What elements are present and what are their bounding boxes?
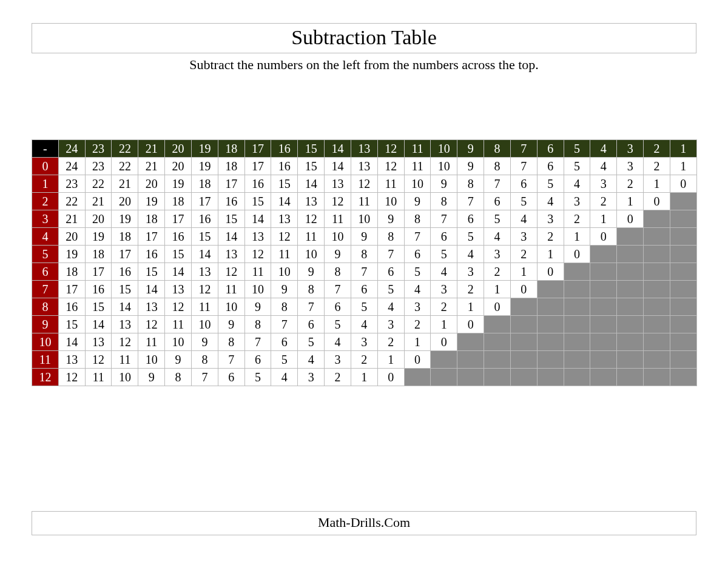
data-cell [564,263,590,281]
data-cell: 11 [191,298,218,316]
data-cell: 17 [85,263,112,281]
data-cell: 12 [112,333,138,351]
data-cell: 18 [138,210,165,228]
data-cell: 10 [431,158,457,175]
data-cell [670,210,696,228]
data-cell: 16 [138,246,165,263]
data-cell: 8 [191,351,218,369]
data-cell: 15 [138,263,165,281]
data-cell: 1 [564,228,590,246]
data-cell: 13 [112,316,138,333]
data-cell: 2 [484,263,511,281]
data-cell [537,351,564,369]
data-cell: 17 [58,281,85,298]
data-cell [484,333,511,351]
data-cell: 1 [484,281,511,298]
data-cell [670,228,696,246]
data-cell: 10 [377,193,404,210]
footer: Math-Drills.Com [32,511,696,535]
data-cell: 2 [564,210,590,228]
data-cell: 19 [112,210,138,228]
data-cell [510,316,537,333]
data-cell: 20 [112,193,138,210]
data-cell: 13 [165,281,192,298]
data-cell: 14 [112,298,138,316]
data-cell: 8 [404,210,431,228]
data-cell [431,369,457,386]
data-cell: 5 [244,369,271,386]
data-cell: 15 [271,175,298,193]
data-cell: 0 [537,263,564,281]
data-cell: 18 [191,175,218,193]
data-cell: 0 [644,193,670,210]
data-cell: 22 [85,175,112,193]
column-header: 16 [271,140,298,158]
data-cell: 9 [351,228,377,246]
data-cell [590,333,617,351]
data-cell: 9 [377,210,404,228]
data-cell: 9 [218,316,244,333]
data-cell: 4 [298,351,325,369]
data-cell: 6 [537,158,564,175]
data-cell: 21 [138,158,165,175]
column-header: 5 [564,140,590,158]
data-cell [670,246,696,263]
column-header: 1 [670,140,696,158]
table-container: -242322212019181716151413121110987654321… [32,139,696,386]
data-cell: 2 [377,333,404,351]
data-cell: 18 [112,228,138,246]
data-cell: 3 [510,228,537,246]
table-row: 91514131211109876543210 [32,316,697,333]
data-cell: 5 [484,210,511,228]
data-cell: 4 [564,175,590,193]
data-cell: 5 [298,333,325,351]
data-cell: 12 [58,369,85,386]
data-cell: 14 [325,158,351,175]
data-cell: 15 [218,210,244,228]
data-cell: 21 [112,175,138,193]
data-cell [484,351,511,369]
data-cell [617,281,644,298]
data-cell: 6 [325,298,351,316]
data-cell: 8 [457,175,484,193]
data-cell [617,369,644,386]
data-cell: 10 [244,281,271,298]
title-box: Subtraction Table [32,23,696,53]
data-cell: 10 [112,369,138,386]
data-cell: 10 [271,263,298,281]
data-cell: 7 [484,175,511,193]
data-cell: 17 [112,246,138,263]
data-cell: 15 [165,246,192,263]
data-cell: 3 [537,210,564,228]
data-cell [457,333,484,351]
data-cell: 20 [85,210,112,228]
data-cell: 24 [58,158,85,175]
data-cell: 11 [112,351,138,369]
data-cell: 15 [112,281,138,298]
data-cell: 4 [457,246,484,263]
data-cell: 14 [138,281,165,298]
data-cell [617,246,644,263]
column-header: 10 [431,140,457,158]
data-cell: 8 [218,333,244,351]
data-cell: 16 [85,281,112,298]
row-header: 7 [32,281,59,298]
data-cell: 7 [510,158,537,175]
data-cell: 5 [325,316,351,333]
data-cell: 8 [484,158,511,175]
data-cell: 18 [165,193,192,210]
data-cell [617,333,644,351]
data-cell: 19 [191,158,218,175]
data-cell: 14 [218,228,244,246]
data-cell: 2 [590,193,617,210]
data-cell: 2 [617,175,644,193]
data-cell: 10 [138,351,165,369]
data-cell [484,316,511,333]
data-cell [590,246,617,263]
row-header: 6 [32,263,59,281]
table-row: 420191817161514131211109876543210 [32,228,697,246]
column-header: 2 [644,140,670,158]
data-cell: 7 [218,351,244,369]
data-cell: 0 [510,281,537,298]
data-cell: 7 [431,210,457,228]
